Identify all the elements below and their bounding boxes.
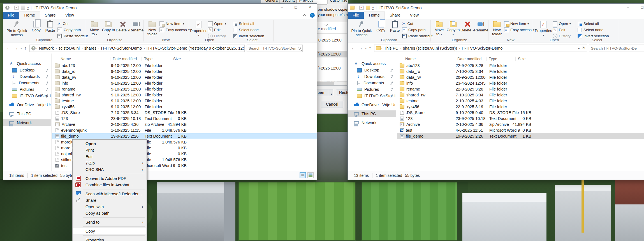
maximize-button[interactable]: □	[289, 4, 303, 11]
select-none-button[interactable]: Select none	[578, 27, 609, 33]
help-icon[interactable]: ?	[310, 13, 315, 18]
select-none-button[interactable]: Select none	[233, 27, 264, 33]
history-caret-icon[interactable]: ▾	[20, 47, 22, 50]
file-row[interactable]: xyz456 22-9-2025 3:19 File folder	[397, 104, 644, 110]
file-row[interactable]: abc123 9-10-2025 12:00 File folder	[52, 62, 317, 68]
copy-path-button[interactable]: Copy path	[402, 27, 432, 33]
breadcrumb-item[interactable]: IT-ITVO-SciStor-Demo	[100, 46, 143, 50]
file-row[interactable]: test 4-6-2025 11:51 Microsoft Word 9... …	[397, 127, 644, 133]
file-row[interactable]: xyz456 9-10-2025 12:00 File folder	[52, 104, 317, 110]
copy-to-button[interactable]: Copy to ▾	[102, 20, 115, 36]
column-header-size[interactable]: Size	[171, 57, 188, 61]
delete-button[interactable]: Delete ▾	[116, 20, 129, 33]
breadcrumb-separator[interactable]: ›	[98, 46, 100, 50]
tab-view[interactable]: View	[61, 12, 79, 19]
sidebar-item[interactable]: Documents	[348, 80, 396, 86]
search-input[interactable]	[249, 46, 296, 50]
tab-home[interactable]: Home	[19, 11, 40, 19]
search-box[interactable]	[589, 45, 644, 52]
breadcrumb-item[interactable]: IT-ITVO-SciStor-Demo (Yesterday 9 oktobe…	[145, 46, 245, 50]
back-button[interactable]: ←	[351, 45, 356, 51]
easy-access-button[interactable]: Easy access▾	[504, 27, 534, 33]
context-menu-item[interactable]	[73, 216, 146, 219]
up-button[interactable]: ↑	[369, 45, 371, 51]
properties-button[interactable]: Properties ▾	[535, 20, 552, 37]
dialog-tab[interactable]: Customize	[327, 0, 348, 4]
column-header-type[interactable]: Type	[487, 57, 516, 61]
edit-button[interactable]: Edit	[208, 27, 226, 33]
address-bar[interactable]: › This PC›shares (scistor.vu.nl (SciStor…	[374, 45, 587, 52]
breadcrumb-item[interactable]: This PC	[383, 46, 400, 50]
column-header-name[interactable]: Name	[55, 57, 110, 61]
move-to-button[interactable]: Move to ▾	[432, 20, 446, 36]
breadcrumb-separator[interactable]: ›	[55, 46, 57, 50]
new-folder-button[interactable]: New folder	[490, 20, 504, 36]
new-item-button[interactable]: New item▾	[504, 21, 534, 26]
cut-button[interactable]: ✂Cut	[402, 21, 432, 26]
qat-caret-down-icon[interactable]: ▾	[372, 6, 374, 10]
scrollbar-thumb[interactable]	[314, 82, 334, 85]
sidebar-item[interactable]: Pictures	[348, 86, 396, 92]
open-button[interactable]: Open▾	[208, 21, 226, 26]
tab-view[interactable]: View	[405, 12, 423, 19]
context-menu-item[interactable]: Combine files in Acrobat...	[73, 182, 146, 188]
tab-share[interactable]: Share	[40, 12, 61, 19]
minimize-ribbon-icon[interactable]	[303, 14, 307, 18]
dialog-cancel-button[interactable]: Cancel	[321, 101, 343, 108]
context-menu-item[interactable]: Convert to Adobe PDF	[73, 175, 146, 182]
sidebar-item[interactable]: Network	[348, 119, 396, 126]
sidebar-item[interactable]: IT-ITVO-SciStor-I	[3, 92, 51, 99]
sidebar-item[interactable]: OneDrive - Vrije Univ	[3, 101, 51, 108]
context-menu-item[interactable]: Scan with Microsoft Defender...	[73, 191, 146, 197]
properties-check-icon[interactable]	[14, 6, 19, 10]
refresh-icon[interactable]: ↻	[582, 46, 586, 51]
file-row[interactable]: Archive 2-10-2025 4:36 zip Archive 41.89…	[52, 121, 317, 127]
paste-button[interactable]: Paste	[43, 20, 57, 33]
paste-button[interactable]: Paste	[388, 20, 402, 33]
context-menu-item[interactable]: Send to ›	[73, 219, 146, 225]
sidebar-item[interactable]: Quick access	[348, 60, 396, 67]
sidebar-item[interactable]: This PC	[3, 110, 51, 117]
breadcrumb-item[interactable]: shares	[83, 46, 98, 50]
cut-button[interactable]: ✂Cut	[57, 21, 88, 26]
caret-down-icon[interactable]: ▾	[331, 91, 332, 97]
context-menu-item[interactable]	[73, 188, 146, 191]
sidebar-item[interactable]: Documents	[3, 80, 51, 86]
tab-file[interactable]: File	[348, 12, 364, 19]
select-all-button[interactable]: Select all	[578, 21, 609, 26]
maximize-button[interactable]: □	[635, 4, 644, 11]
new-folder-button[interactable]: New folder	[145, 20, 159, 36]
sidebar-item[interactable]: Desktop	[3, 67, 51, 73]
title-bar[interactable]: | ▾ | IT-ITVO-SciStor-Demo – □ ×	[3, 4, 317, 11]
copy-to-button[interactable]: Copy to ▾	[446, 20, 460, 36]
file-row[interactable]: 123 23-9-2025 10:18 Text Document 0 KB	[52, 115, 317, 121]
address-bar[interactable]: › Network›scistor.vu.nl›shares›IT-ITVO-S…	[29, 45, 245, 52]
column-header-date[interactable]: Date modified	[110, 57, 142, 61]
breadcrumb-separator[interactable]: ›	[399, 46, 402, 50]
context-menu-item[interactable]: Copy	[73, 228, 146, 234]
sidebar-item[interactable]: Desktop	[348, 67, 396, 73]
pin-to-quick-access-button[interactable]: Pin to Quick access	[349, 20, 374, 37]
sidebar-item[interactable]: Downloads	[348, 73, 396, 80]
new-folder-icon[interactable]	[366, 6, 370, 10]
pin-to-quick-access-button[interactable]: Pin to Quick access	[5, 20, 29, 37]
new-folder-icon[interactable]	[21, 6, 25, 10]
column-header-size[interactable]: Size	[516, 57, 533, 61]
file-row[interactable]: info 9-10-2025 12:00 File folder	[52, 80, 317, 86]
context-menu-item[interactable]	[73, 225, 146, 228]
file-row[interactable]: rename 22-9-2025 3:28 File folder	[397, 86, 644, 92]
file-row[interactable]: file_demo 19-9-2025 2:26 Text Document 1…	[397, 133, 644, 139]
sidebar-item[interactable]: IT-ITVO-SciStor-I	[348, 92, 396, 99]
address-dropdown-icon[interactable]: ▾	[578, 46, 580, 50]
back-button[interactable]: ←	[6, 45, 11, 51]
context-menu-item[interactable]: Copy as path	[73, 210, 146, 216]
properties-button[interactable]: Properties ▾	[190, 20, 207, 37]
context-menu-item[interactable]: Open with ›	[73, 203, 146, 210]
search-icon[interactable]	[298, 47, 301, 50]
file-row[interactable]: file_demo 19-9-2025 2:26 Text Document 1…	[52, 133, 317, 139]
breadcrumb-item[interactable]: shares (scistor.vu.nl (SciStor))	[402, 46, 458, 50]
sidebar-item[interactable]: OneDrive - Vrije Univ	[348, 101, 396, 108]
details-view-toggle[interactable]	[300, 172, 306, 178]
context-menu-item[interactable]: 7-Zip ›	[73, 160, 146, 166]
move-to-button[interactable]: Move to ▾	[88, 20, 101, 36]
